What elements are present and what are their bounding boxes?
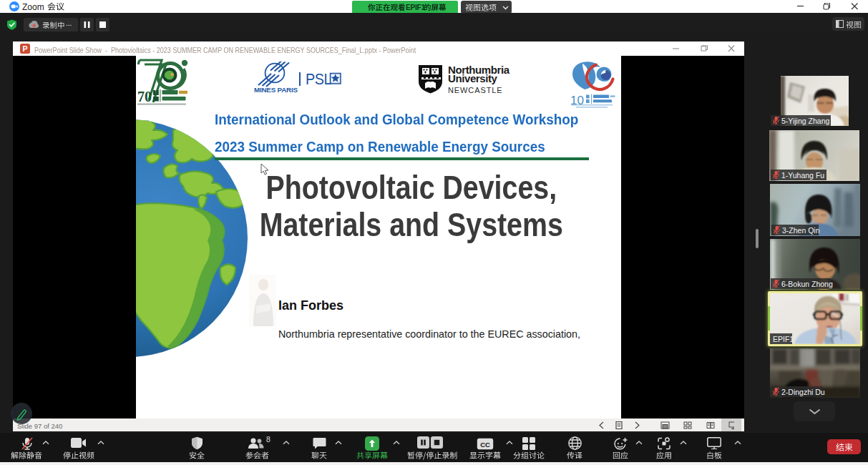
svg-text:CC: CC	[480, 441, 490, 449]
svg-text:MINES PARIS: MINES PARIS	[254, 86, 298, 94]
svg-text:University: University	[448, 72, 498, 84]
svg-text:P: P	[22, 44, 27, 53]
svg-text:PSL: PSL	[306, 70, 332, 87]
svg-text:70: 70	[137, 89, 152, 104]
svg-text:NEWCASTLE: NEWCASTLE	[448, 86, 503, 94]
